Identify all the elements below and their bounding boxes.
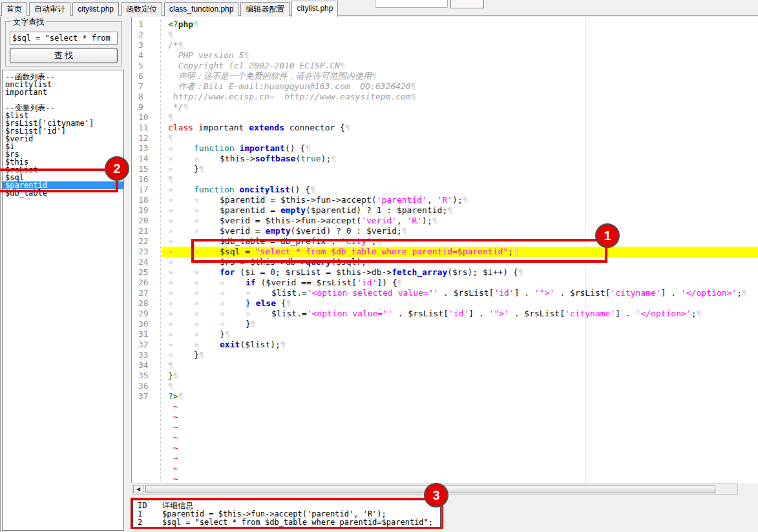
tab-citylist.php-6[interactable]: citylist.php bbox=[291, 1, 338, 17]
code-line-30[interactable]: »»»}¶ bbox=[162, 319, 758, 329]
tab-whitespace-marker: » bbox=[168, 319, 194, 329]
line-number: 12 bbox=[132, 133, 160, 143]
code-line-33[interactable]: »}¶ bbox=[162, 350, 758, 360]
code-line-2[interactable]: ¶ bbox=[162, 30, 758, 40]
pilcrow-marker: ¶ bbox=[340, 61, 345, 70]
tab-whitespace-marker: » bbox=[194, 154, 220, 164]
pilcrow-marker: ¶ bbox=[742, 288, 747, 298]
scroll-left-arrow-icon[interactable]: ◀ bbox=[133, 485, 143, 493]
code-line-4[interactable]: PHP version 5¶ bbox=[162, 50, 758, 61]
code-line-11[interactable]: class important extends connector {¶ bbox=[162, 123, 758, 133]
line-number: 18 bbox=[132, 195, 160, 205]
code-line-29[interactable]: »»»»$list.='<option value="' . $rsList['… bbox=[162, 309, 758, 319]
code-line-27[interactable]: »»»»$list.='<option selected value="' . … bbox=[162, 288, 758, 298]
code-line-31[interactable]: »»}¶ bbox=[162, 329, 758, 340]
code-line-36[interactable]: ¶ bbox=[162, 381, 758, 391]
line-number bbox=[132, 433, 160, 443]
tab-首页-0[interactable]: 首页 bbox=[1, 2, 27, 16]
partial-button[interactable] bbox=[450, 0, 484, 8]
tab-whitespace-marker: » bbox=[220, 288, 246, 298]
search-input[interactable] bbox=[10, 32, 118, 45]
code-tilde-line[interactable]: ~ bbox=[162, 433, 758, 443]
code-line-26[interactable]: »»»if ($verid == $rsList['id']) {¶ bbox=[162, 278, 758, 288]
pilcrow-marker: ¶ bbox=[244, 50, 249, 60]
tab-函数定位-3[interactable]: 函数定位 bbox=[121, 2, 162, 16]
line-number: 6 bbox=[132, 71, 160, 81]
list-item-$verid[interactable]: $verid bbox=[3, 135, 123, 143]
tab-whitespace-marker: » bbox=[220, 298, 246, 309]
function-variable-listbox[interactable]: --函数列表--oncitylistimportant --变量列表--$lis… bbox=[2, 70, 124, 531]
annotation-circle-2: 2 bbox=[105, 156, 129, 181]
tab-whitespace-marker: » bbox=[168, 154, 194, 164]
code-tilde-line[interactable]: ~ bbox=[162, 422, 758, 433]
code-line-10[interactable]: ¶ bbox=[162, 112, 758, 123]
code-tilde-line[interactable]: ~ bbox=[162, 443, 758, 453]
line-number bbox=[132, 422, 160, 433]
list-item-$i[interactable]: $i bbox=[3, 143, 123, 150]
line-number: 14 bbox=[132, 154, 160, 164]
annotation-box-3 bbox=[131, 498, 443, 529]
tab-编辑器配置-5[interactable]: 编辑器配置 bbox=[240, 2, 290, 16]
line-number bbox=[132, 464, 160, 474]
pilcrow-marker: ¶ bbox=[199, 350, 204, 360]
pilcrow-marker: ¶ bbox=[345, 123, 350, 132]
pilcrow-marker: ¶ bbox=[397, 278, 403, 287]
code-line-8[interactable]: http://www.ecisp.cn» http://www.easysite… bbox=[162, 92, 758, 102]
tab-whitespace-marker: » bbox=[194, 226, 220, 236]
code-tilde-line[interactable]: ~ bbox=[162, 412, 758, 422]
code-line-15[interactable]: »}¶ bbox=[162, 164, 758, 174]
line-number: 5 bbox=[132, 61, 160, 71]
code-line-1[interactable]: <?php¶ bbox=[162, 19, 758, 30]
code-line-9[interactable]: */¶ bbox=[162, 102, 758, 112]
code-line-32[interactable]: »»exit($list);¶ bbox=[162, 340, 758, 350]
search-button[interactable]: 查 找 bbox=[10, 48, 118, 63]
code-line-25[interactable]: »»for ($i = 0; $rsList = $this->db->fetc… bbox=[162, 267, 758, 278]
code-line-35[interactable]: }¶ bbox=[162, 371, 758, 381]
code-line-37[interactable]: ?>¶ bbox=[162, 391, 758, 402]
code-line-16[interactable]: ¶ bbox=[162, 174, 758, 185]
sidebar: 文字查找 查 找 --函数列表--oncitylistimportant --变… bbox=[0, 17, 127, 532]
tab-whitespace-marker: » bbox=[220, 309, 246, 319]
code-line-21[interactable]: »»$verid = empty($verid) ? 0 : $verid;¶ bbox=[162, 226, 758, 236]
partial-text-input[interactable] bbox=[375, 0, 448, 8]
line-number: 31 bbox=[132, 329, 160, 340]
code-line-12[interactable]: ¶ bbox=[162, 133, 758, 143]
tab-whitespace-marker: » bbox=[168, 247, 194, 257]
line-number: 32 bbox=[132, 340, 160, 350]
code-tilde-line[interactable]: ~ bbox=[162, 402, 758, 412]
pilcrow-marker: ¶ bbox=[168, 133, 173, 143]
code-tilde-line[interactable]: ~ bbox=[162, 464, 758, 474]
code-line-34[interactable]: ¶ bbox=[162, 360, 758, 371]
code-line-18[interactable]: »»$parentid = $this->fun->accept('parent… bbox=[162, 195, 758, 205]
pilcrow-marker: ¶ bbox=[225, 329, 230, 339]
list-item-important[interactable]: important bbox=[3, 88, 123, 96]
line-number: 22 bbox=[132, 236, 160, 247]
code-line-5[interactable]: Copyright (c) 2002-2010 ECISP.CN¶ bbox=[162, 61, 758, 71]
code-line-7[interactable]: 作者：Bili E-mail:huangqyun@163.com QQ:6326… bbox=[162, 81, 758, 92]
pilcrow-marker: ¶ bbox=[447, 205, 452, 215]
pilcrow-marker: ¶ bbox=[168, 381, 173, 391]
pilcrow-marker: ¶ bbox=[331, 154, 336, 163]
line-number: 7 bbox=[132, 81, 160, 92]
code-line-20[interactable]: »»$verid = $this->fun->accept('verid', '… bbox=[162, 216, 758, 226]
code-line-19[interactable]: »»$parentid = empty($parentid) ? 1 : $pa… bbox=[162, 205, 758, 216]
code-line-6[interactable]: 声明：这不是一个免费的软件，请在许可范围内使用¶ bbox=[162, 71, 758, 81]
tab-citylist.php-2[interactable]: citylist.php bbox=[72, 2, 119, 16]
code-tilde-line[interactable]: ~ bbox=[162, 474, 758, 483]
code-line-3[interactable]: /*¶ bbox=[162, 40, 758, 50]
code-tilde-line[interactable]: ~ bbox=[162, 453, 758, 464]
tab-whitespace-marker: » bbox=[246, 309, 271, 319]
tab-whitespace-marker: » bbox=[220, 278, 246, 288]
pilcrow-marker: ¶ bbox=[199, 164, 204, 174]
code-line-14[interactable]: »»$this->softbase(true);¶ bbox=[162, 154, 758, 164]
code-line-17[interactable]: »function oncitylist() {¶ bbox=[162, 185, 758, 195]
line-number: 16 bbox=[132, 174, 160, 185]
tab-whitespace-marker: » bbox=[220, 319, 246, 329]
pilcrow-marker: ¶ bbox=[432, 216, 437, 225]
tab-whitespace-marker: » bbox=[168, 205, 194, 216]
code-line-13[interactable]: »function important() {¶ bbox=[162, 143, 758, 154]
code-line-28[interactable]: »»»} else {¶ bbox=[162, 298, 758, 309]
tab-自动审计-1[interactable]: 自动审计 bbox=[29, 2, 70, 16]
annotation-circle-3: 3 bbox=[424, 483, 448, 507]
tab-class_function.php-4[interactable]: class_function.php bbox=[164, 2, 238, 16]
